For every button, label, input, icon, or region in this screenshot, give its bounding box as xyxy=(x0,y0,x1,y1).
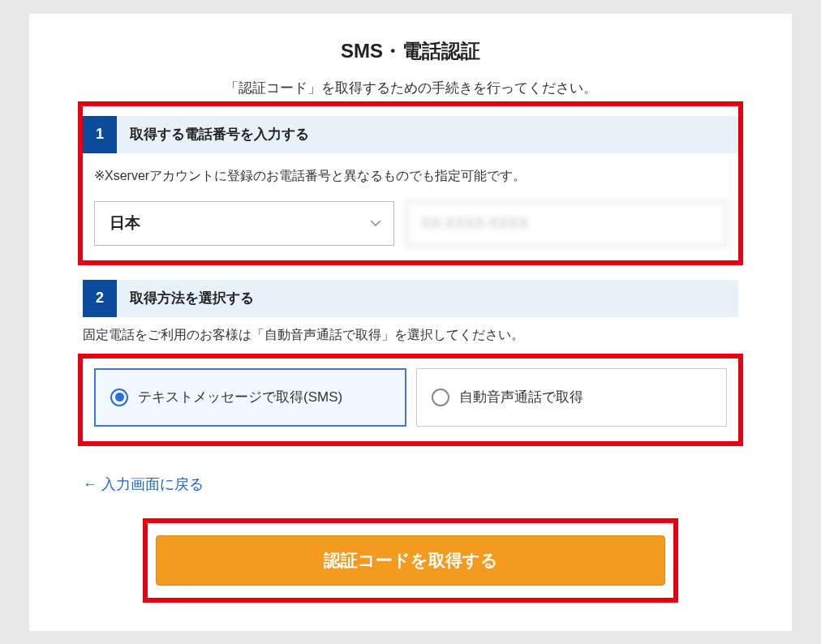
method-radio-group: テキストメッセージで取得(SMS) 自動音声通話で取得 xyxy=(83,368,738,427)
step2-note: 固定電話をご利用のお客様は「自動音声通話で取得」を選択してください。 xyxy=(29,327,792,354)
highlight-step1: 1 取得する電話番号を入力する ※Xserverアカウントに登録のお電話番号と異… xyxy=(78,101,743,265)
step1-number: 1 xyxy=(83,116,117,153)
country-select[interactable]: 日本 xyxy=(94,201,394,246)
radio-icon-selected xyxy=(110,389,128,406)
phone-row: 日本 XX-XXXX-XXXX xyxy=(83,201,738,246)
step2-label: 取得方法を選択する xyxy=(117,289,254,307)
phone-input[interactable]: XX-XXXX-XXXX xyxy=(406,201,727,246)
country-selected-value: 日本 xyxy=(94,201,394,246)
auth-card: SMS・電話認証 「認証コード」を取得するための手続きを行ってください。 1 取… xyxy=(29,14,792,631)
submit-button[interactable]: 認証コードを取得する xyxy=(156,535,665,586)
step1-note: ※Xserverアカウントに登録のお電話番号と異なるものでも指定可能です。 xyxy=(83,168,738,201)
radio-icon-unselected xyxy=(432,389,449,406)
highlight-step2: テキストメッセージで取得(SMS) 自動音声通話で取得 xyxy=(78,354,743,446)
radio-option-voice[interactable]: 自動音声通話で取得 xyxy=(416,368,727,427)
step2-number: 2 xyxy=(83,280,117,317)
step1-label: 取得する電話番号を入力する xyxy=(117,125,309,144)
step1-header: 1 取得する電話番号を入力する xyxy=(83,116,738,153)
step2-header: 2 取得方法を選択する xyxy=(83,280,738,317)
page-subtitle: 「認証コード」を取得するための手続きを行ってください。 xyxy=(29,79,792,97)
radio-label-voice: 自動音声通話で取得 xyxy=(459,388,583,406)
back-link[interactable]: ← 入力画面に戻る xyxy=(29,474,792,494)
radio-option-sms[interactable]: テキストメッセージで取得(SMS) xyxy=(94,368,406,427)
highlight-submit: 認証コードを取得する xyxy=(143,518,678,603)
page-title: SMS・電話認証 xyxy=(29,38,792,64)
radio-label-sms: テキストメッセージで取得(SMS) xyxy=(138,388,342,406)
